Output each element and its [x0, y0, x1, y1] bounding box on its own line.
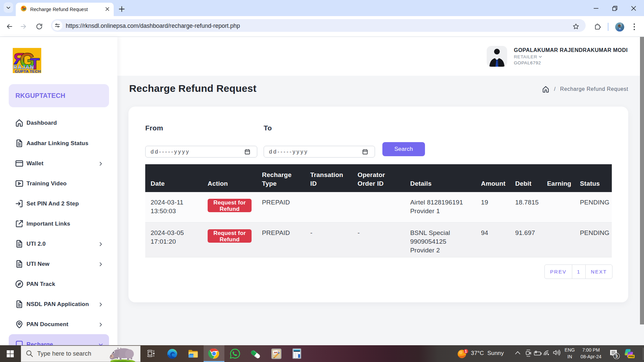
svg-text:3: 3: [615, 354, 618, 359]
svg-text:GUPTA TECH: GUPTA TECH: [15, 69, 41, 73]
svg-text:1: 1: [465, 349, 467, 353]
svg-text:PRE: PRE: [629, 355, 634, 358]
